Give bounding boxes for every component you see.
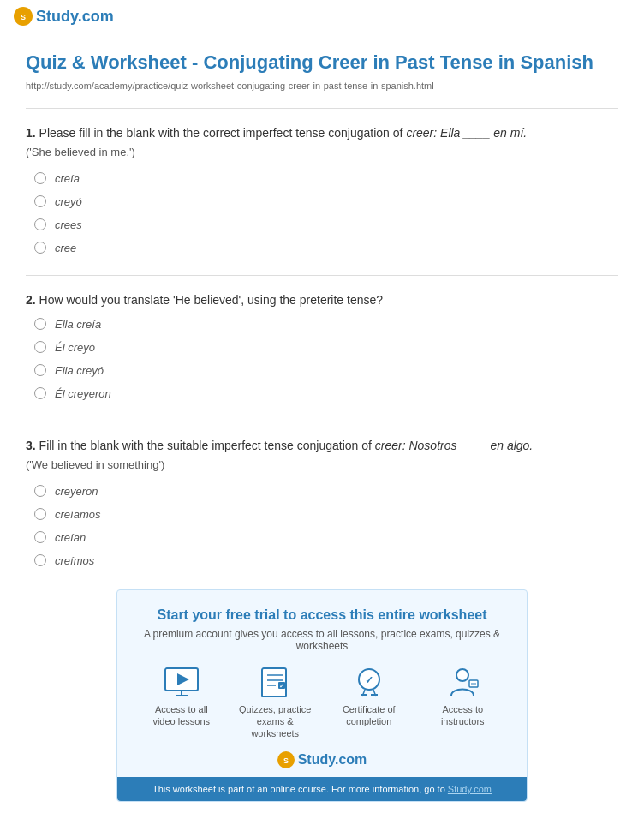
- option-1-4[interactable]: cree: [26, 236, 618, 260]
- cta-footer-link[interactable]: Study.com: [448, 784, 492, 794]
- option-1-4-label: cree: [55, 242, 76, 254]
- question-2: 2. How would you translate 'He believed'…: [26, 291, 618, 405]
- cta-box: Start your free trial to access this ent…: [116, 589, 528, 803]
- svg-text:S: S: [21, 13, 26, 21]
- question-1-options: creía creyó crees cree: [26, 167, 618, 260]
- radio-3-3[interactable]: [34, 531, 46, 543]
- question-1-text: 1. Please fill in the blank with the cor…: [26, 124, 618, 142]
- cert-icon: ✓: [350, 666, 388, 698]
- cta-feature-instructors: Access to instructors: [425, 666, 502, 740]
- logo-text: Study.com: [36, 8, 114, 26]
- logo[interactable]: S Study.com: [14, 7, 114, 26]
- radio-3-4[interactable]: [34, 554, 46, 566]
- question-2-text: 2. How would you translate 'He believed'…: [26, 291, 618, 309]
- svg-text:S: S: [283, 756, 289, 765]
- option-3-3-label: creían: [55, 531, 86, 544]
- option-2-4[interactable]: Él creyeron: [26, 382, 618, 405]
- option-3-4[interactable]: creímos: [26, 549, 618, 572]
- header: S Study.com: [0, 0, 644, 33]
- cta-feature-video: Access to all video lessons: [143, 666, 220, 740]
- svg-point-19: [456, 669, 468, 681]
- divider-top: [26, 108, 618, 109]
- svg-rect-18: [371, 694, 378, 696]
- divider-q3: [26, 421, 618, 421]
- option-2-1-label: Ella creía: [55, 318, 101, 331]
- page-title: Quiz & Worksheet - Conjugating Creer in …: [26, 51, 618, 75]
- option-2-1[interactable]: Ella creía: [26, 313, 618, 336]
- cta-logo-icon: S: [277, 751, 295, 768]
- option-3-2[interactable]: creíamos: [26, 503, 618, 526]
- monitor-icon: [163, 666, 200, 698]
- cta-logo: S Study.com: [143, 751, 501, 768]
- question-3: 3. Fill in the blank with the suitable i…: [26, 437, 618, 572]
- radio-2-1[interactable]: [34, 318, 46, 330]
- radio-3-2[interactable]: [34, 508, 46, 520]
- option-2-2[interactable]: Él creyó: [26, 336, 618, 359]
- radio-2-3[interactable]: [34, 364, 46, 376]
- divider-q2: [26, 275, 618, 276]
- option-2-2-label: Él creyó: [55, 341, 95, 354]
- option-1-3[interactable]: crees: [26, 213, 618, 236]
- radio-3-1[interactable]: [34, 485, 46, 497]
- cta-footer-text: This worksheet is part of an online cour…: [152, 784, 445, 794]
- svg-rect-17: [361, 694, 367, 696]
- radio-2-2[interactable]: [34, 341, 46, 353]
- option-3-1[interactable]: creyeron: [26, 480, 618, 503]
- cta-feature-cert: ✓ Certificate of completion: [331, 666, 408, 740]
- cta-features: Access to all video lessons ✓ Quizzes, p…: [143, 666, 501, 740]
- page-url: http://study.com/academy/practice/quiz-w…: [26, 81, 618, 91]
- question-1: 1. Please fill in the blank with the cor…: [26, 124, 618, 260]
- cta-feature-instructors-label: Access to instructors: [425, 703, 502, 728]
- cta-feature-quizzes: ✓ Quizzes, practice exams & worksheets: [237, 666, 314, 740]
- radio-1-1[interactable]: [34, 172, 46, 184]
- cta-logo-text: Study.com: [298, 752, 367, 768]
- option-1-2-label: creyó: [55, 195, 82, 208]
- question-3-options: creyeron creíamos creían creímos: [26, 480, 618, 572]
- cta-footer-bar: This worksheet is part of an online cour…: [117, 777, 527, 801]
- question-3-text: 3. Fill in the blank with the suitable i…: [26, 437, 618, 455]
- option-3-3[interactable]: creían: [26, 526, 618, 549]
- cta-feature-quizzes-label: Quizzes, practice exams & worksheets: [237, 703, 314, 740]
- study-logo-icon: S: [14, 7, 33, 26]
- option-3-2-label: creíamos: [55, 508, 100, 521]
- cta-title: Start your free trial to access this ent…: [143, 607, 501, 623]
- option-3-4-label: creímos: [55, 554, 94, 567]
- svg-text:✓: ✓: [279, 683, 284, 689]
- radio-1-3[interactable]: [34, 218, 46, 230]
- question-2-options: Ella creía Él creyó Ella creyó Él creyer…: [26, 313, 618, 405]
- cta-feature-cert-label: Certificate of completion: [331, 703, 408, 728]
- option-1-1-label: creía: [55, 172, 80, 185]
- option-2-4-label: Él creyeron: [55, 387, 111, 400]
- option-1-3-label: crees: [55, 218, 82, 231]
- radio-1-4[interactable]: [34, 242, 46, 254]
- option-1-1[interactable]: creía: [26, 167, 618, 190]
- cta-subtitle: A premium account gives you access to al…: [143, 628, 501, 652]
- option-1-2[interactable]: creyó: [26, 190, 618, 213]
- radio-2-4[interactable]: [34, 387, 46, 399]
- svg-text:✓: ✓: [365, 674, 373, 686]
- question-3-sub: ('We believed in something'): [26, 458, 618, 471]
- instructor-icon: [444, 666, 481, 698]
- radio-1-2[interactable]: [34, 195, 46, 207]
- main-content: Quiz & Worksheet - Conjugating Creer in …: [0, 33, 644, 831]
- quizzes-icon: ✓: [256, 666, 294, 698]
- option-2-3[interactable]: Ella creyó: [26, 359, 618, 382]
- cta-feature-video-label: Access to all video lessons: [143, 703, 220, 728]
- option-3-1-label: creyeron: [55, 485, 98, 498]
- question-1-sub: ('She believed in me.'): [26, 146, 618, 158]
- option-2-3-label: Ella creyó: [55, 364, 104, 377]
